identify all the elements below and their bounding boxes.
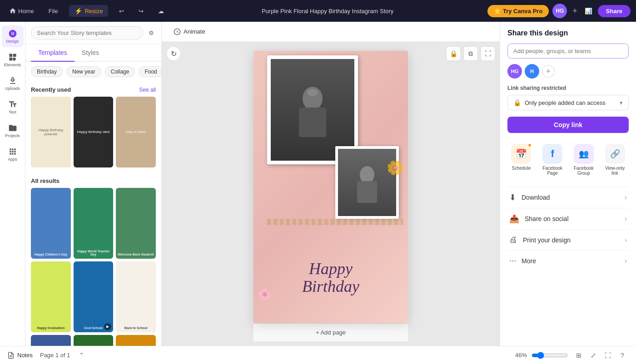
all-results-header: All results bbox=[31, 173, 156, 188]
share-social-label: Share on social bbox=[525, 215, 569, 222]
download-icon: ⬇ bbox=[509, 192, 516, 202]
add-collaborator-button[interactable]: + bbox=[542, 65, 555, 78]
download-chevron: › bbox=[625, 193, 627, 202]
share-action-schedule[interactable]: 📅 Schedule bbox=[507, 140, 535, 179]
template-thumb-4[interactable]: Happy Graduation bbox=[31, 261, 71, 332]
menu-item-print[interactable]: 🖨 Print your design › bbox=[507, 229, 629, 250]
fullscreen-button[interactable]: ⛶ bbox=[601, 349, 614, 362]
template-thumb-recent-3[interactable]: Day of class bbox=[116, 97, 156, 167]
tab-styles[interactable]: Styles bbox=[75, 44, 106, 62]
recently-used-grid: Happy Birthday polaroid Happy Birthday d… bbox=[31, 97, 156, 167]
sidebar-item-text-label: Text bbox=[9, 110, 16, 114]
access-dropdown[interactable]: 🔒 Only people added can access ▾ bbox=[507, 95, 629, 110]
more-icon: ··· bbox=[509, 256, 516, 266]
try-pro-label: Try Canva Pro bbox=[503, 8, 542, 15]
template-thumb-5[interactable]: Cool School ▶ bbox=[74, 261, 114, 332]
print-chevron: › bbox=[625, 236, 627, 244]
help-button[interactable]: ? bbox=[616, 349, 629, 362]
grid-view-button[interactable]: ⊞ bbox=[572, 349, 585, 362]
template-thumb-9[interactable]: Farmer's Day bbox=[116, 335, 156, 346]
chip-food[interactable]: Food bbox=[139, 66, 161, 77]
canvas-ctrl-fullscreen[interactable]: ⛶ bbox=[481, 46, 495, 61]
file-button[interactable]: File bbox=[45, 6, 62, 16]
canvas-area: Animate ↻ 🔒 ⧉ ⛶ bbox=[162, 22, 500, 346]
chip-birthday[interactable]: Birthday bbox=[31, 66, 63, 77]
lock-icon: 🔒 bbox=[513, 99, 521, 106]
sidebar-item-design[interactable]: Design bbox=[2, 25, 24, 47]
template-thumb-recent-1[interactable]: Happy Birthday polaroid bbox=[31, 97, 71, 167]
svg-point-4 bbox=[360, 166, 374, 183]
template-thumb-1[interactable]: Happy Children's Day bbox=[31, 188, 71, 259]
sidebar-item-apps[interactable]: Apps bbox=[2, 143, 24, 165]
history-button[interactable]: ☁ bbox=[154, 6, 168, 16]
collaborator-hg[interactable]: HG bbox=[507, 64, 522, 79]
animate-label: Animate bbox=[184, 28, 205, 35]
share-action-view-only[interactable]: 🔗 View-only link bbox=[601, 140, 629, 179]
sidebar-item-uploads[interactable]: Uploads bbox=[2, 73, 24, 94]
share-action-facebook-page[interactable]: f Facebook Page bbox=[539, 140, 566, 179]
template-thumb-6[interactable]: Back to School bbox=[116, 261, 156, 332]
view-only-link-icon: 🔗 bbox=[605, 144, 625, 164]
print-label: Print your design bbox=[523, 236, 571, 244]
menu-item-download[interactable]: ⬇ Download › bbox=[507, 187, 629, 208]
view-only-link-label: View-only link bbox=[603, 166, 627, 176]
share-title: Share this design bbox=[507, 29, 629, 37]
avatar-hg[interactable]: HG bbox=[552, 4, 567, 18]
share-label: Share bbox=[606, 8, 622, 15]
template-thumb-8[interactable]: Homeless Awareness ▶ bbox=[74, 335, 114, 346]
tab-templates[interactable]: Templates bbox=[31, 44, 75, 62]
flower-decoration-2: 🌸 bbox=[258, 288, 272, 300]
animate-button[interactable]: Animate bbox=[169, 25, 210, 38]
share-panel: Share this design HG H + Link sharing re… bbox=[500, 22, 636, 346]
redo-button[interactable]: ↪ bbox=[135, 6, 147, 16]
share-button[interactable]: Share bbox=[598, 5, 631, 17]
birthday-text: HappyBirthday bbox=[263, 260, 399, 296]
sidebar-item-text[interactable]: Text bbox=[2, 96, 24, 118]
add-collaborator-topbar[interactable]: + bbox=[571, 6, 579, 16]
facebook-group-icon: 👥 bbox=[574, 144, 594, 164]
menu-item-share-social[interactable]: 📤 Share on social › bbox=[507, 208, 629, 229]
facebook-group-label: Facebook Group bbox=[572, 166, 596, 176]
page-chevron-up[interactable]: ⌃ bbox=[77, 350, 86, 360]
notes-button[interactable]: Notes bbox=[7, 352, 33, 359]
sidebar-item-elements[interactable]: Elements bbox=[2, 49, 24, 71]
chip-collage[interactable]: Collage bbox=[105, 66, 135, 77]
fit-view-button[interactable]: ⤢ bbox=[587, 349, 600, 362]
people-input[interactable] bbox=[507, 44, 629, 59]
share-social-icon: 📤 bbox=[509, 214, 519, 224]
collaborator-h[interactable]: H bbox=[525, 64, 539, 79]
filter-button[interactable]: ⚙ bbox=[147, 28, 156, 38]
home-button[interactable]: Home bbox=[5, 5, 38, 16]
sidebar-item-projects[interactable]: Projects bbox=[2, 120, 24, 142]
zoom-slider[interactable] bbox=[532, 352, 568, 359]
notes-label: Notes bbox=[17, 352, 33, 359]
canvas-ctrl-copy[interactable]: ⧉ bbox=[463, 46, 478, 61]
canvas-ctrl-lock[interactable]: 🔒 bbox=[446, 46, 461, 61]
chip-newyear[interactable]: New year bbox=[66, 66, 101, 77]
sidebar-item-elements-label: Elements bbox=[4, 63, 21, 67]
svg-point-3 bbox=[307, 89, 318, 96]
collaborators-row: HG H + bbox=[507, 64, 629, 79]
resize-button[interactable]: ⚡ Resize bbox=[69, 5, 109, 17]
flower-decoration: 🌼 bbox=[387, 160, 403, 176]
template-thumb-3[interactable]: Welcome Back Student! bbox=[116, 188, 156, 259]
template-thumb-2[interactable]: Happy World Teacher Day bbox=[74, 188, 114, 259]
template-thumb-7[interactable]: Online Learning Course bbox=[31, 335, 71, 346]
see-all-button[interactable]: See all bbox=[139, 87, 156, 93]
svg-rect-2 bbox=[299, 108, 326, 137]
search-bar: ⚙ bbox=[25, 22, 161, 44]
undo-button[interactable]: ↩ bbox=[115, 6, 128, 16]
template-thumb-recent-2[interactable]: Happy Birthday dark bbox=[74, 97, 114, 167]
add-page-button[interactable]: + Add page bbox=[253, 323, 408, 341]
sidebar-item-apps-label: Apps bbox=[8, 157, 17, 162]
share-action-facebook-group[interactable]: 👥 Facebook Group bbox=[570, 140, 598, 179]
analytics-button[interactable]: 📊 bbox=[583, 6, 594, 16]
copy-link-button[interactable]: Copy link bbox=[507, 117, 629, 133]
menu-item-more[interactable]: ··· More › bbox=[507, 250, 629, 271]
svg-rect-5 bbox=[357, 181, 377, 203]
try-pro-button[interactable]: ⭐ Try Canva Pro bbox=[487, 5, 549, 17]
photo-small[interactable] bbox=[335, 146, 399, 219]
search-input[interactable] bbox=[31, 26, 143, 39]
refresh-button[interactable]: ↻ bbox=[166, 46, 181, 61]
facebook-page-icon: f bbox=[542, 144, 562, 164]
